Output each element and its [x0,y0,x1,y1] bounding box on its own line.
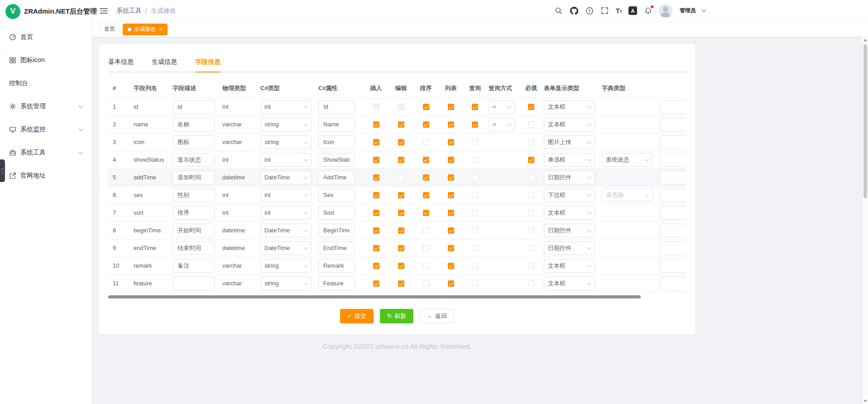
required-checkbox[interactable] [528,263,534,269]
insert-checkbox[interactable] [373,210,379,216]
cs-type-select[interactable]: DateTime [260,224,312,237]
edit-checkbox[interactable] [398,263,404,269]
edit-checkbox[interactable] [398,280,404,287]
cs-property-input[interactable] [318,188,355,202]
sort-checkbox[interactable] [423,121,429,128]
insert-checkbox[interactable] [373,280,379,287]
description-input[interactable] [173,206,215,220]
cs-type-select[interactable]: int [260,188,312,202]
cs-type-select[interactable]: string [260,135,312,149]
list-checkbox[interactable] [448,139,454,145]
scroll-up-arrow-icon[interactable] [863,39,867,41]
query-checkbox[interactable] [472,104,478,110]
cs-type-select[interactable]: string [260,277,312,290]
required-checkbox[interactable] [528,210,534,216]
required-checkbox[interactable] [528,157,534,163]
required-checkbox[interactable] [528,174,534,181]
vertical-scrollbar-thumb[interactable] [863,44,867,198]
sort-checkbox[interactable] [423,174,429,181]
required-checkbox[interactable] [528,121,534,128]
required-checkbox[interactable] [528,227,534,234]
extra-input[interactable] [660,100,686,114]
cs-property-input[interactable] [318,153,355,167]
list-checkbox[interactable] [448,245,454,251]
description-input[interactable] [173,100,215,114]
description-input[interactable] [173,171,215,184]
tag-active[interactable]: 生成修改 × [123,24,168,35]
sort-checkbox[interactable] [423,280,429,287]
extra-input[interactable] [660,277,686,290]
description-input[interactable] [173,277,215,290]
github-icon[interactable] [570,6,579,15]
description-input[interactable] [173,224,215,237]
horizontal-scrollbar-thumb[interactable] [108,295,641,298]
insert-checkbox[interactable] [373,227,379,234]
list-checkbox[interactable] [448,263,454,269]
cs-type-select[interactable]: int [260,100,312,114]
edit-checkbox[interactable] [398,157,404,163]
insert-checkbox[interactable] [373,157,379,163]
close-icon[interactable]: × [159,26,163,32]
required-checkbox[interactable] [528,104,534,110]
edit-checkbox[interactable] [398,139,404,145]
sort-checkbox[interactable] [423,157,429,163]
query-checkbox[interactable] [472,280,478,287]
cs-type-select[interactable]: int [260,206,312,220]
cs-type-select[interactable]: DateTime [260,241,312,255]
insert-checkbox[interactable] [373,139,379,145]
cs-property-input[interactable] [318,277,355,290]
query-checkbox[interactable] [472,210,478,216]
notification-bell-icon[interactable] [643,6,652,15]
dict-type-select[interactable]: 系统状态 [602,153,653,167]
cs-property-input[interactable] [318,100,355,114]
display-type-select[interactable]: 下拉框 [544,188,595,202]
extra-input[interactable] [660,153,686,167]
avatar[interactable] [659,4,672,18]
description-input[interactable] [173,259,215,273]
search-icon[interactable] [554,6,563,15]
cs-property-input[interactable] [318,241,355,255]
cs-property-input[interactable] [318,171,355,184]
list-checkbox[interactable] [448,104,454,110]
tab-basic-info[interactable]: 基本信息 [108,53,134,72]
cs-property-input[interactable] [318,259,355,273]
back-button[interactable]: ← 返回 [420,309,454,323]
sort-checkbox[interactable] [423,210,429,216]
insert-checkbox[interactable] [373,263,379,269]
query-checkbox[interactable] [472,245,478,251]
sidebar-item-system-manage[interactable]: 系统管理 [0,95,91,118]
list-checkbox[interactable] [448,157,454,163]
sort-checkbox[interactable] [423,227,429,234]
extra-input[interactable] [660,224,686,237]
cs-type-select[interactable]: string [260,259,312,273]
insert-checkbox[interactable] [373,192,379,198]
sort-checkbox[interactable] [423,263,429,269]
description-input[interactable] [173,153,215,167]
insert-checkbox[interactable] [373,121,379,128]
fullscreen-icon[interactable] [600,6,609,15]
cs-type-select[interactable]: DateTime [260,171,312,184]
required-checkbox[interactable] [528,245,534,251]
description-input[interactable] [173,188,215,202]
sidebar-toggle-icon[interactable] [99,6,108,15]
display-type-select[interactable]: 图片上传 [544,135,595,149]
extra-input[interactable] [660,241,686,255]
list-checkbox[interactable] [448,227,454,234]
description-input[interactable] [173,135,215,149]
sort-checkbox[interactable] [423,192,429,198]
extra-input[interactable] [660,171,686,184]
cs-property-input[interactable] [318,206,355,220]
list-checkbox[interactable] [448,174,454,181]
translate-icon[interactable]: A [628,6,637,15]
required-checkbox[interactable] [528,139,534,145]
help-icon[interactable]: ? [585,6,594,15]
list-checkbox[interactable] [448,210,454,216]
refresh-button[interactable]: ↻ 刷新 [380,309,413,323]
theme-drawer-handle[interactable] [0,159,5,182]
chevron-down-icon[interactable] [702,8,706,12]
sort-checkbox[interactable] [423,245,429,251]
edit-checkbox[interactable] [398,192,404,198]
tab-generate-info[interactable]: 生成信息 [152,53,177,72]
query-checkbox[interactable] [472,174,478,181]
tag-home[interactable]: 首页 [99,24,120,35]
